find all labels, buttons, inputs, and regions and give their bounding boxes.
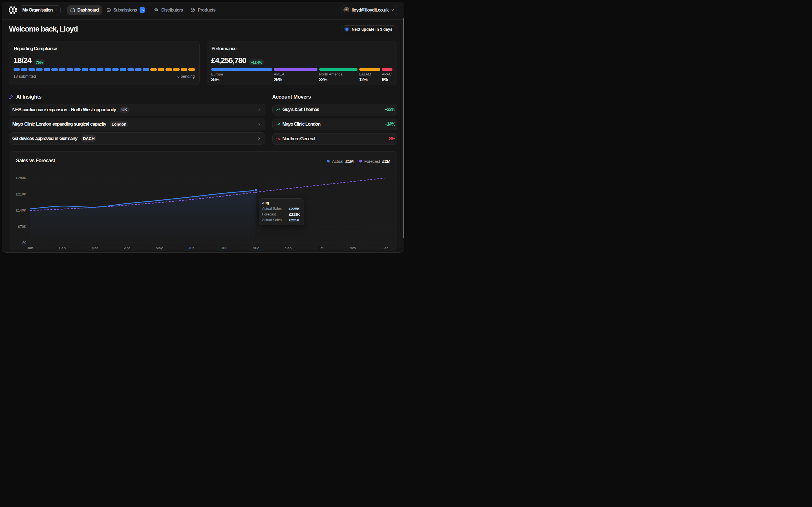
svg-text:May: May <box>155 246 163 250</box>
svg-text:Nov: Nov <box>349 246 356 250</box>
svg-text:£70K: £70K <box>18 225 26 229</box>
svg-text:Aug: Aug <box>252 246 259 250</box>
svg-text:Oct: Oct <box>317 246 323 250</box>
svg-text:Feb: Feb <box>59 246 65 250</box>
svg-text:Mar: Mar <box>91 246 98 250</box>
svg-text:Apr: Apr <box>124 246 130 250</box>
svg-text:Jan: Jan <box>27 246 33 250</box>
svg-text:Jun: Jun <box>188 246 195 250</box>
svg-text:£210K: £210K <box>16 192 26 196</box>
svg-text:Jul: Jul <box>221 246 226 250</box>
svg-text:Sep: Sep <box>285 246 292 250</box>
svg-text:£280K: £280K <box>16 176 26 180</box>
svg-text:£0: £0 <box>22 241 26 245</box>
svg-text:£140K: £140K <box>16 209 26 212</box>
svg-text:Dec: Dec <box>382 246 388 250</box>
